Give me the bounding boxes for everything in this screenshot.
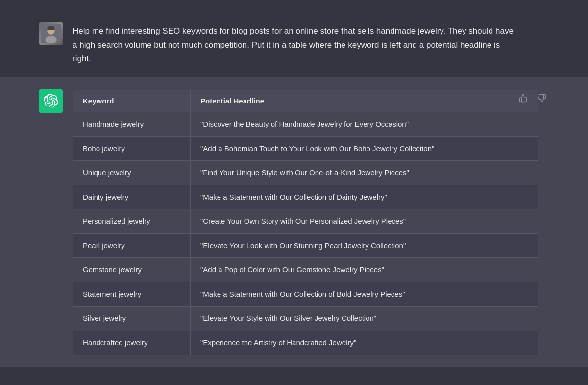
keyword-cell: Handmade jewelry xyxy=(73,112,191,137)
table-row: Personalized jewelry"Create Your Own Sto… xyxy=(73,209,538,234)
table-row: Boho jewelry"Add a Bohemian Touch to You… xyxy=(73,136,538,161)
keyword-cell: Silver jewelry xyxy=(73,307,191,331)
user-message: Help me find interesting SEO keywords fo… xyxy=(0,10,588,77)
headline-cell: "Add a Pop of Color with Our Gemstone Je… xyxy=(191,258,538,282)
table-row: Gemstone jewelry"Add a Pop of Color with… xyxy=(73,258,538,282)
user-avatar xyxy=(39,22,63,45)
table-row: Handmade jewelry"Discover the Beauty of … xyxy=(73,112,538,137)
feedback-icons xyxy=(516,91,549,105)
assistant-content: Keyword Potential Headline Handmade jewe… xyxy=(73,89,538,355)
assistant-avatar xyxy=(39,89,63,113)
keyword-cell: Handcrafted jewelry xyxy=(73,331,191,355)
user-avatar-image xyxy=(39,22,63,45)
headline-cell: "Elevate Your Style with Our Silver Jewe… xyxy=(191,307,538,331)
conversation: Help me find interesting SEO keywords fo… xyxy=(0,0,588,377)
table-row: Unique jewelry"Find Your Unique Style wi… xyxy=(73,161,538,185)
headline-cell: "Make a Statement with Our Collection of… xyxy=(191,185,538,209)
keyword-cell: Boho jewelry xyxy=(73,136,191,161)
table-row: Dainty jewelry"Make a Statement with Our… xyxy=(73,185,538,209)
assistant-message: Keyword Potential Headline Handmade jewe… xyxy=(0,77,588,367)
table-row: Silver jewelry"Elevate Your Style with O… xyxy=(73,307,538,331)
headline-cell: "Discover the Beauty of Handmade Jewelry… xyxy=(191,112,538,137)
thumbs-down-icon[interactable] xyxy=(535,91,549,105)
chatgpt-logo-icon xyxy=(44,94,58,108)
thumbs-up-icon[interactable] xyxy=(516,91,530,105)
headline-cell: "Make a Statement with Our Collection of… xyxy=(191,282,538,307)
keyword-cell: Unique jewelry xyxy=(73,161,191,185)
headline-cell: "Experience the Artistry of Handcrafted … xyxy=(191,331,538,355)
headline-column-header: Potential Headline xyxy=(191,90,538,112)
table-row: Pearl jewelry"Elevate Your Look with Our… xyxy=(73,233,538,258)
keyword-column-header: Keyword xyxy=(73,90,191,112)
keyword-cell: Statement jewelry xyxy=(73,282,191,307)
user-message-text: Help me find interesting SEO keywords fo… xyxy=(73,22,514,66)
keyword-cell: Personalized jewelry xyxy=(73,209,191,234)
keyword-cell: Pearl jewelry xyxy=(73,233,191,258)
headline-cell: "Find Your Unique Style with Our One-of-… xyxy=(191,161,538,185)
headline-cell: "Elevate Your Look with Our Stunning Pea… xyxy=(191,233,538,258)
table-row: Handcrafted jewelry"Experience the Artis… xyxy=(73,331,538,355)
headline-cell: "Create Your Own Story with Our Personal… xyxy=(191,209,538,234)
headline-cell: "Add a Bohemian Touch to Your Look with … xyxy=(191,136,538,161)
keywords-table: Keyword Potential Headline Handmade jewe… xyxy=(73,89,538,355)
keyword-cell: Gemstone jewelry xyxy=(73,258,191,282)
keyword-cell: Dainty jewelry xyxy=(73,185,191,209)
table-header-row: Keyword Potential Headline xyxy=(73,90,538,112)
table-body: Handmade jewelry"Discover the Beauty of … xyxy=(73,112,538,355)
svg-rect-5 xyxy=(48,28,55,30)
user-avatar-svg xyxy=(41,24,61,43)
table-row: Statement jewelry"Make a Statement with … xyxy=(73,282,538,307)
